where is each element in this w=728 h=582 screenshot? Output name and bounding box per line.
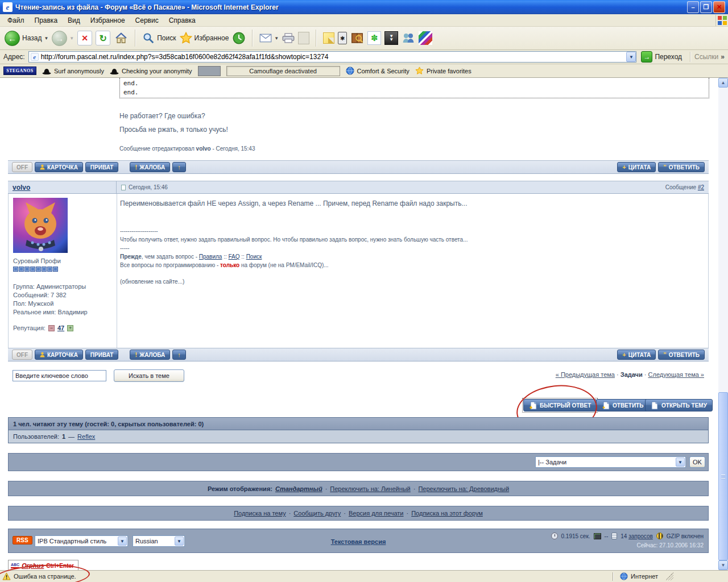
checking-anonymity-button[interactable]: Checking your anonymity: [110, 68, 192, 74]
mail-dropdown-icon[interactable]: ▼: [274, 36, 279, 41]
previous-topic-link[interactable]: « Предыдущая тема: [556, 371, 615, 378]
download-manager-icon[interactable]: ▼▼: [384, 31, 398, 45]
dictionary-tool-icon[interactable]: [350, 32, 364, 44]
author-link[interactable]: volvo: [13, 184, 30, 192]
faq-link[interactable]: FAQ: [229, 253, 240, 260]
post1-text-line: Просьба не ржать, я только учусь!: [119, 126, 228, 134]
display-mode-current[interactable]: Стандартный: [275, 485, 322, 492]
subscribe-topic-link[interactable]: Подписка на тему: [234, 510, 286, 517]
refresh-button[interactable]: ↻: [96, 31, 110, 45]
comfort-security-button[interactable]: Comfort & Security: [346, 66, 410, 75]
switch-tree-link[interactable]: Переключить на: Древовидный: [418, 485, 509, 492]
menu-favorites[interactable]: Избранное: [85, 15, 130, 26]
scrollbar-thumb[interactable]: [718, 392, 728, 560]
history-button[interactable]: [232, 31, 246, 45]
resize-grip[interactable]: [665, 572, 673, 580]
message-number-link[interactable]: #2: [698, 184, 704, 190]
steganos-logo: STEGANOS: [3, 66, 36, 75]
forum-jump-value: |-- Задачи: [538, 459, 566, 465]
menu-view[interactable]: Вид: [63, 15, 85, 26]
links-chevron-icon[interactable]: »: [721, 53, 725, 61]
ok-button[interactable]: OK: [689, 456, 705, 468]
rules-link[interactable]: Правила: [199, 253, 222, 260]
restore-button[interactable]: ❐: [700, 1, 712, 13]
chevron-down-icon[interactable]: ▼: [676, 458, 685, 467]
messenger-icon[interactable]: [402, 32, 415, 44]
address-input[interactable]: e http://forum.pascal.net.ru/index.php?s…: [28, 51, 637, 63]
mail-button[interactable]: ▼: [259, 33, 279, 43]
back-button[interactable]: ← Назад ▼: [5, 31, 48, 46]
subscribe-forum-link[interactable]: Подписка на этот форум: [411, 510, 483, 517]
notes-tool-icon[interactable]: [323, 32, 334, 44]
quote-button[interactable]: +ЦИТАТА: [617, 350, 656, 360]
reply-topic-button[interactable]: ОТВЕТИТЬ: [596, 399, 649, 411]
forum-jump-select[interactable]: |-- Задачи ▼: [535, 456, 686, 468]
reputation-minus-icon[interactable]: −: [48, 325, 55, 331]
go-button[interactable]: → Переход: [641, 51, 682, 63]
favorites-button[interactable]: Избранное: [180, 32, 229, 44]
reader-user-link[interactable]: Reflex: [77, 433, 95, 440]
sig-search-link[interactable]: Поиск: [246, 253, 262, 260]
report-button[interactable]: !ЖАЛОБА: [130, 162, 170, 172]
links-label[interactable]: Ссылки: [694, 53, 718, 61]
title-bar[interactable]: e Чтение-запись из файла - Форум «Всё о …: [0, 0, 728, 14]
off-button[interactable]: OFF: [12, 350, 32, 360]
close-button[interactable]: ✕: [713, 1, 725, 13]
menu-file[interactable]: Файл: [2, 15, 30, 26]
private-message-button[interactable]: ПРИВАТ: [85, 350, 119, 360]
icq-icon[interactable]: ✽: [367, 31, 381, 45]
generation-time: 0.1915 сек.: [561, 533, 590, 539]
topic-search-button[interactable]: Искать в теме: [114, 369, 184, 382]
scroll-up-icon[interactable]: ▲: [718, 78, 728, 88]
menu-tools[interactable]: Сервис: [130, 15, 164, 26]
world-map-thumbnail[interactable]: [198, 66, 221, 76]
surf-anonymously-button[interactable]: Surf anonymously: [42, 68, 104, 74]
reply-button[interactable]: ”ОТВЕТИТЬ: [658, 162, 705, 172]
report-button[interactable]: !ЖАЛОБА: [130, 350, 170, 360]
scroll-top-button[interactable]: ↑: [172, 162, 186, 172]
forward-button[interactable]: → ▼: [52, 31, 74, 46]
card-button[interactable]: КАРТОЧКА: [35, 162, 83, 172]
camouflage-label: Camouflage deactivated: [249, 68, 317, 74]
scroll-top-button[interactable]: ↑: [172, 350, 186, 360]
topic-search-input[interactable]: [13, 370, 106, 381]
queries-link[interactable]: запросов: [628, 533, 653, 539]
card-button[interactable]: КАРТОЧКА: [35, 350, 83, 360]
sig-text: на форум (не на PM/EMail/ICQ)...: [239, 262, 328, 268]
plus-icon: +: [622, 352, 626, 358]
next-topic-link[interactable]: Следующая тема »: [648, 371, 704, 378]
translator-tool-icon[interactable]: ✱: [338, 32, 347, 44]
reputation-value[interactable]: 47: [57, 325, 64, 331]
menu-edit[interactable]: Правка: [30, 15, 63, 26]
readers-title: 1 чел. читают эту тему (гостей: 0, скрыт…: [9, 418, 708, 430]
code-block: end. end.: [119, 78, 709, 98]
stop-button[interactable]: ✕: [77, 31, 92, 45]
search-button[interactable]: Поиск: [142, 32, 176, 44]
media-tool-icon[interactable]: [419, 31, 432, 45]
address-dropdown-icon[interactable]: ▼: [626, 52, 636, 62]
home-button[interactable]: [114, 31, 129, 45]
switch-linear-link[interactable]: Переключить на: Линейный: [330, 485, 410, 492]
scroll-down-icon[interactable]: ▼: [718, 560, 728, 570]
camouflage-status[interactable]: Camouflage deactivated: [226, 66, 340, 76]
menu-help[interactable]: Справка: [164, 15, 201, 26]
zone-label: Интернет: [631, 573, 658, 580]
print-version-link[interactable]: Версия для печати: [349, 510, 404, 517]
reply-button[interactable]: ”ОТВЕТИТЬ: [658, 350, 705, 360]
quote-button[interactable]: +ЦИТАТА: [617, 162, 656, 172]
footer-stats: 0.1915 сек. -- 14 запросов GZIP включен: [551, 533, 704, 539]
private-favorites-button[interactable]: Private favorites: [415, 66, 471, 75]
new-topic-button[interactable]: ОТКРЫТЬ ТЕМУ: [645, 399, 713, 411]
print-button[interactable]: [282, 32, 295, 44]
private-message-button[interactable]: ПРИВАТ: [85, 162, 119, 172]
reputation-plus-icon[interactable]: +: [67, 325, 73, 331]
tell-friend-link[interactable]: Сообщить другу: [293, 510, 341, 517]
queries-stat: 14 запросов: [621, 533, 653, 539]
minimize-button[interactable]: –: [687, 1, 699, 13]
member-realname: Реальное имя: Владимир: [13, 309, 88, 315]
vertical-scrollbar[interactable]: ▲ ▼: [718, 78, 728, 570]
rank-pip: [47, 267, 52, 272]
hat-icon: [110, 68, 119, 74]
back-dropdown-icon[interactable]: ▼: [44, 36, 48, 41]
off-button[interactable]: OFF: [12, 162, 32, 172]
